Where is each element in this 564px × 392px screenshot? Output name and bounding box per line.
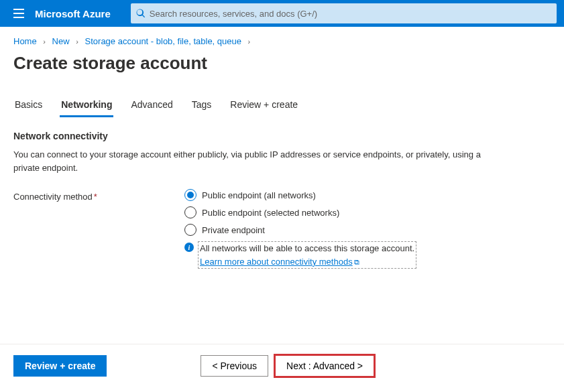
breadcrumb: Home › New › Storage account - blob, fil… bbox=[0, 27, 564, 52]
connectivity-radio-group: Public endpoint (all networks) Public en… bbox=[184, 189, 551, 269]
tab-advanced[interactable]: Advanced bbox=[129, 94, 174, 117]
chevron-right-icon: › bbox=[43, 38, 46, 46]
breadcrumb-new[interactable]: New bbox=[52, 36, 70, 46]
svg-rect-0 bbox=[13, 9, 24, 10]
radio-label: Private endpoint bbox=[202, 225, 265, 235]
required-indicator: * bbox=[94, 192, 97, 202]
tab-review[interactable]: Review + create bbox=[229, 94, 299, 117]
chevron-right-icon: › bbox=[76, 38, 78, 46]
svg-rect-1 bbox=[13, 13, 24, 14]
radio-icon bbox=[184, 189, 196, 201]
top-bar: Microsoft Azure bbox=[0, 0, 564, 27]
radio-label: Public endpoint (selected networks) bbox=[202, 208, 339, 218]
search-bar[interactable] bbox=[131, 3, 557, 23]
info-icon: i bbox=[184, 243, 194, 252]
breadcrumb-storage[interactable]: Storage account - blob, file, table, que… bbox=[85, 36, 241, 46]
radio-label: Public endpoint (all networks) bbox=[202, 190, 316, 200]
form-row-connectivity: Connectivity method* Public endpoint (al… bbox=[0, 188, 564, 270]
page-title: Create storage account bbox=[0, 52, 564, 94]
tabs: Basics Networking Advanced Tags Review +… bbox=[0, 94, 564, 117]
learn-more-link[interactable]: Learn more about connectivity methods bbox=[200, 257, 353, 267]
section-heading: Network connectivity bbox=[13, 131, 551, 141]
tab-networking[interactable]: Networking bbox=[60, 94, 113, 117]
previous-button[interactable]: < Previous bbox=[201, 355, 268, 377]
review-create-button[interactable]: Review + create bbox=[13, 355, 107, 377]
search-icon bbox=[136, 9, 146, 18]
tab-basics[interactable]: Basics bbox=[13, 94, 44, 117]
radio-icon bbox=[184, 224, 196, 236]
radio-public-all[interactable]: Public endpoint (all networks) bbox=[184, 189, 551, 201]
chevron-right-icon: › bbox=[248, 38, 251, 46]
section-description: You can connect to your storage account … bbox=[13, 148, 496, 174]
connectivity-label: Connectivity method* bbox=[13, 189, 184, 269]
tab-tags[interactable]: Tags bbox=[190, 94, 213, 117]
external-link-icon: ⧉ bbox=[354, 258, 359, 266]
radio-public-selected[interactable]: Public endpoint (selected networks) bbox=[184, 206, 551, 218]
brand-logo[interactable]: Microsoft Azure bbox=[35, 8, 111, 19]
breadcrumb-home[interactable]: Home bbox=[13, 36, 37, 46]
info-text: All networks will be able to access this… bbox=[200, 243, 414, 253]
svg-rect-2 bbox=[13, 17, 24, 18]
search-input[interactable] bbox=[150, 9, 551, 19]
info-block: i All networks will be able to access th… bbox=[184, 241, 551, 269]
next-advanced-button[interactable]: Next : Advanced > bbox=[275, 355, 374, 377]
radio-private[interactable]: Private endpoint bbox=[184, 224, 551, 236]
radio-icon bbox=[184, 206, 196, 218]
section-network-connectivity: Network connectivity You can connect to … bbox=[0, 117, 564, 174]
hamburger-icon[interactable] bbox=[5, 0, 32, 27]
footer: Review + create < Previous Next : Advanc… bbox=[0, 344, 564, 387]
